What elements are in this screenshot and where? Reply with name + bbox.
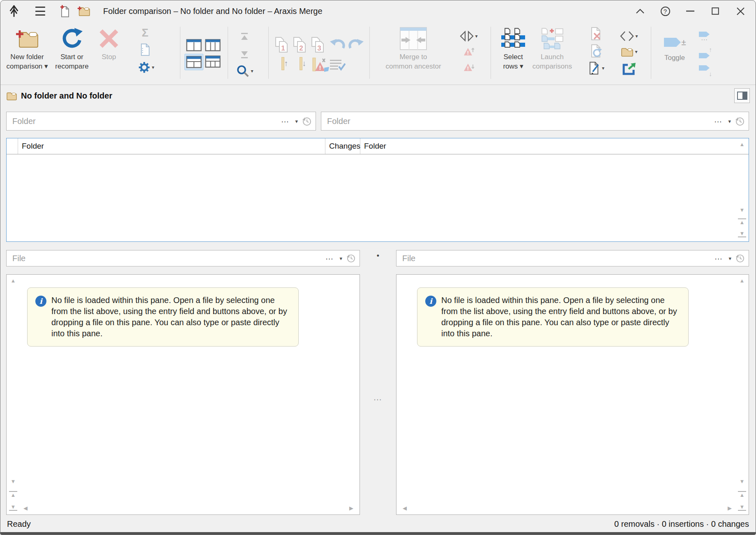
delete-file-icon	[589, 27, 604, 41]
left-file-input[interactable]	[7, 250, 323, 266]
recompare-icon	[51, 25, 92, 52]
window-controls: ?	[625, 2, 750, 20]
stop-button: Stop	[94, 25, 124, 62]
left-folder-input[interactable]	[7, 112, 279, 130]
left-pane-scroll-right-icon[interactable]: ▶	[347, 505, 355, 511]
right-file-pane[interactable]: i No file is loaded within this pane. Op…	[396, 274, 749, 515]
left-pane-scroll-down-icon[interactable]: ▼	[9, 479, 17, 484]
right-pane-scroll-bottom-icon[interactable]: ▼	[738, 504, 746, 511]
window-frame-bottom	[0, 532, 756, 535]
first-change-icon	[235, 32, 254, 41]
previous-bookmark-icon: ↑	[695, 47, 714, 59]
edit-dropdown-caret[interactable]: ▾	[602, 65, 604, 71]
maximize-icon[interactable]	[706, 2, 725, 20]
left-pane-message: No file is loaded within this pane. Open…	[51, 295, 288, 339]
new-file-comparison-icon[interactable]	[59, 5, 70, 18]
pane-splitter-handle[interactable]: ⋯	[360, 395, 396, 404]
minimize-icon[interactable]	[681, 2, 700, 20]
start-or-recompare-button[interactable]: Start or recompare	[51, 25, 92, 71]
left-file-input-box: … ▾	[6, 250, 360, 266]
left-file-dropdown-caret[interactable]: ▾	[336, 255, 346, 262]
open-external-button[interactable]	[616, 63, 642, 75]
compare-selected-button[interactable]: ▾	[456, 31, 482, 41]
right-folder-history-icon[interactable]	[734, 117, 749, 126]
right-pane-scroll-right-icon[interactable]: ▶	[726, 505, 734, 511]
svg-text:!: !	[467, 65, 469, 71]
right-pane-scroll-left-icon[interactable]: ◀	[401, 505, 409, 511]
find-dropdown-caret[interactable]: ▾	[251, 68, 253, 74]
gear-dropdown-caret[interactable]: ▾	[152, 64, 154, 70]
folder-dropdown-caret[interactable]: ▾	[635, 49, 637, 55]
table-scroll-up-icon[interactable]: ▲	[738, 142, 746, 147]
find-button[interactable]: ▾	[233, 64, 257, 78]
right-pane-message: No file is loaded within this pane. Open…	[441, 295, 678, 339]
next-bookmark-icon: ↓	[695, 64, 714, 76]
right-file-dropdown-caret[interactable]: ▾	[725, 255, 735, 262]
left-pane-message-box: i No file is loaded within this pane. Op…	[27, 287, 299, 347]
right-folder-dropdown-caret[interactable]: ▾	[725, 118, 734, 124]
left-pane-scroll-top-icon[interactable]: ▲	[9, 491, 17, 498]
bookmark-list-icon: ⋯	[695, 31, 714, 42]
left-pane-scroll-up-icon[interactable]: ▲	[9, 278, 17, 283]
left-folder-browse-button[interactable]: …	[279, 115, 292, 128]
toolbar: New folder comparison ▾ Start or recompa…	[0, 22, 756, 85]
open-folder-button[interactable]: ▾	[616, 46, 642, 57]
compare-dropdown-caret[interactable]: ▾	[475, 33, 477, 39]
layout-three-pane-button[interactable]	[205, 39, 221, 51]
right-folder-input-box: … ▾	[321, 112, 749, 131]
panel-layout-button[interactable]	[734, 88, 750, 103]
right-folder-input[interactable]	[321, 112, 712, 130]
right-file-input[interactable]	[396, 250, 712, 266]
right-file-history-icon[interactable]	[735, 254, 749, 263]
close-icon[interactable]	[731, 2, 750, 20]
merge-panels-icon	[379, 25, 447, 52]
new-folder-comparison-icon[interactable]	[77, 5, 90, 17]
right-pane-scroll-down-icon[interactable]: ▼	[738, 479, 746, 484]
left-file-browse-button[interactable]: …	[323, 252, 336, 265]
column-header-changes[interactable]: Changes	[325, 138, 360, 154]
left-folder-dropdown-caret[interactable]: ▾	[292, 118, 301, 124]
left-folder-history-icon[interactable]	[301, 117, 316, 126]
layout-two-pane-button[interactable]	[186, 39, 202, 51]
statistics-icon: Σ	[136, 27, 154, 39]
stop-icon	[94, 25, 124, 52]
edit-file-icon[interactable]: ▾	[589, 61, 604, 75]
folder-comparison-table[interactable]: Folder Changes Folder ▲ ▼ ▲ ▼	[6, 138, 749, 242]
layout-two-pane-with-list-button[interactable]	[184, 54, 203, 70]
right-pane-scroll-top-icon[interactable]: ▲	[738, 491, 746, 498]
svg-text:2: 2	[299, 44, 303, 52]
svg-text:3: 3	[317, 44, 321, 52]
table-scroll-down-icon[interactable]: ▼	[738, 207, 746, 213]
left-file-history-icon[interactable]	[346, 254, 360, 263]
toggle-bookmark-button[interactable]: ± Toggle	[657, 32, 692, 62]
table-scroll-bottom-icon[interactable]: ▼	[738, 231, 746, 237]
right-pane-scroll-up-icon[interactable]: ▲	[738, 278, 746, 283]
left-pane-scroll-left-icon[interactable]: ◀	[21, 505, 30, 511]
column-header-folder-left[interactable]: Folder	[18, 138, 325, 154]
right-file-input-box: … ▾	[396, 250, 749, 266]
column-header-folder-right[interactable]: Folder	[360, 138, 749, 154]
new-folder-comparison-button[interactable]: New folder comparison ▾	[5, 25, 50, 71]
right-file-browse-button[interactable]: …	[712, 252, 725, 265]
settings-gear-icon[interactable]: ▾	[134, 61, 158, 73]
launch-comparisons-icon	[532, 25, 572, 52]
redo-icon	[348, 37, 364, 52]
left-folder-input-box: … ▾	[6, 112, 316, 131]
left-file-pane[interactable]: i No file is loaded within this pane. Op…	[6, 274, 360, 515]
right-folder-browse-button[interactable]: …	[712, 115, 725, 128]
help-icon[interactable]: ?	[656, 2, 675, 20]
report-icon	[136, 43, 154, 56]
select-rows-button[interactable]: Select rows ▾	[496, 25, 530, 71]
xml-dropdown-caret[interactable]: ▾	[635, 33, 638, 39]
column-header-status[interactable]	[7, 138, 18, 154]
menu-icon[interactable]	[35, 7, 46, 16]
svg-text:1: 1	[281, 44, 285, 52]
xml-compare-button[interactable]: ▾	[616, 31, 642, 41]
left-pane-scroll-bottom-icon[interactable]: ▼	[9, 504, 17, 511]
comparison-title: No folder and No folder	[21, 91, 112, 101]
bookmark-flag-icon: ±	[657, 32, 692, 53]
layout-three-pane-with-list-button[interactable]	[205, 55, 221, 68]
table-scroll-top-icon[interactable]: ▲	[738, 218, 746, 225]
select-rows-icon	[496, 25, 530, 52]
collapse-ribbon-icon[interactable]	[631, 2, 650, 20]
